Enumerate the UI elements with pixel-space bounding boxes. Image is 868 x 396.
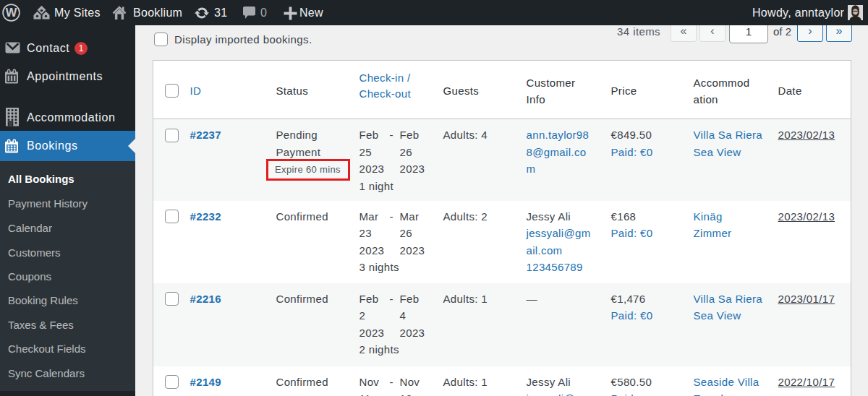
svg-text:W: W — [6, 6, 17, 19]
